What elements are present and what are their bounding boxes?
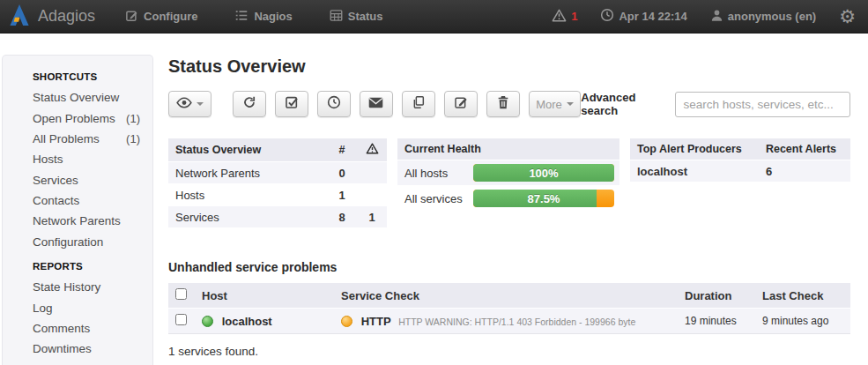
acknowledge-button[interactable] [275, 91, 308, 117]
table-icon [330, 9, 343, 25]
problems-column-header [357, 138, 387, 162]
list-icon [234, 9, 249, 25]
sidebar-item-comments[interactable]: Comments [33, 318, 140, 339]
open-problems-count: (1) [126, 112, 140, 125]
chevron-down-icon [567, 102, 574, 106]
username-text: anonymous (en) [728, 10, 816, 23]
sidebar-item-services[interactable]: Services [33, 170, 140, 190]
sidebar-section-shortcuts: SHORTCUTS Status Overview Open Problems … [33, 71, 140, 252]
row-checkbox[interactable] [175, 314, 187, 325]
edit-icon [454, 95, 468, 113]
table-row[interactable]: Network Parents 0 [168, 162, 387, 184]
check-square-icon [285, 95, 299, 113]
sidebar: SHORTCUTS Status Overview Open Problems … [2, 55, 153, 365]
host-link[interactable]: localhost [222, 315, 272, 328]
sidebar-item-state-history[interactable]: State History [33, 277, 140, 297]
sidebar-item-status-overview[interactable]: Status Overview [33, 87, 140, 108]
toolbar: More Advanced search [168, 91, 850, 117]
trash-icon [497, 95, 509, 113]
health-table-title: Current Health [397, 138, 619, 160]
last-check-value: 9 minutes ago [755, 309, 850, 334]
table-row[interactable]: Services 8 1 [168, 206, 387, 228]
alert-count-badge: 1 [571, 10, 577, 23]
status-table-title: Status Overview [168, 138, 327, 162]
hosts-health-bar: 100% [473, 164, 614, 182]
hosts-health-value: 100% [473, 164, 614, 182]
service-warning-status-icon [341, 316, 352, 327]
sidebar-item-network-parents[interactable]: Network Parents [33, 211, 140, 231]
envelope-icon [368, 96, 383, 112]
services-health-value: 87.5% [473, 190, 614, 207]
select-all-checkbox[interactable] [175, 288, 187, 300]
services-health-bar: 87.5% [473, 190, 614, 207]
status-overview-table: Status Overview # Network Parents 0 Host… [168, 138, 387, 228]
host-up-status-icon [202, 316, 213, 327]
sidebar-section-reports: REPORTS State History Log Comments Downt… [33, 261, 140, 360]
advanced-search-label: Advanced search [581, 91, 668, 117]
sidebar-item-all-problems[interactable]: All Problems (1) [33, 129, 140, 149]
copy-icon [412, 95, 426, 113]
producer-host-link[interactable]: localhost [630, 160, 759, 182]
all-problems-count: (1) [126, 132, 140, 145]
duration-column-header: Duration [678, 283, 755, 309]
problems-table: Host Service Check Duration Last Check l… [168, 283, 850, 334]
adagios-logo-icon [9, 4, 30, 30]
sidebar-item-open-problems[interactable]: Open Problems (1) [33, 108, 140, 128]
nav-menu: Configure Nagios Status [125, 9, 382, 25]
nav-item-status[interactable]: Status [330, 9, 383, 25]
nav-alerts[interactable]: 1 [552, 9, 577, 25]
host-column-header: Host [195, 283, 334, 309]
table-row: localhost HTTP HTTP WARNING: HTTP/1.1 40… [168, 309, 850, 334]
sidebar-item-hosts[interactable]: Hosts [33, 149, 140, 169]
top-navbar: Adagios Configure Nagios Status 1 [0, 0, 868, 34]
service-link[interactable]: HTTP [361, 315, 391, 328]
search-input[interactable] [675, 92, 850, 117]
nav-clock[interactable]: Apr 14 22:14 [600, 8, 686, 25]
main-content: Status Overview [153, 34, 868, 358]
page-title: Status Overview [168, 56, 850, 77]
advanced-search: Advanced search [581, 91, 850, 117]
service-status-detail: HTTP WARNING: HTTP/1.1 403 Forbidden - 1… [398, 317, 635, 327]
user-icon [710, 9, 723, 25]
table-row: All services 87.5% [397, 186, 619, 212]
sidebar-section-title: SHORTCUTS [33, 71, 140, 82]
delete-button[interactable] [486, 91, 520, 117]
sidebar-section-title: REPORTS [33, 261, 140, 272]
producers-column-header: Top Alert Producers [630, 138, 759, 160]
copy-button[interactable] [402, 91, 435, 117]
nav-item-nagios[interactable]: Nagios [234, 9, 292, 25]
clock-icon [600, 8, 614, 25]
edit-button[interactable] [444, 91, 478, 117]
sidebar-item-log[interactable]: Log [33, 297, 140, 317]
nav-right: 1 Apr 14 22:14 anonymous (en) ⚙ [552, 7, 856, 26]
warning-triangle-icon [552, 9, 567, 25]
schedule-downtime-button[interactable] [317, 91, 351, 117]
duration-value: 19 minutes [678, 309, 755, 334]
sidebar-item-configuration[interactable]: Configuration [33, 232, 140, 252]
current-health-table: Current Health All hosts 100% All servic… [397, 138, 619, 212]
recent-alerts-column-header: Recent Alerts [759, 138, 850, 160]
warning-triangle-icon [366, 143, 379, 157]
refresh-button[interactable] [233, 91, 266, 117]
view-mode-button[interactable] [168, 91, 211, 117]
brand[interactable]: Adagios [9, 4, 95, 30]
nav-user[interactable]: anonymous (en) [710, 9, 816, 25]
summary-tables: Status Overview # Network Parents 0 Host… [168, 138, 850, 228]
table-row[interactable]: Hosts 1 [168, 184, 387, 206]
table-row: All hosts 100% [397, 160, 619, 186]
datetime-text: Apr 14 22:14 [619, 10, 686, 23]
sidebar-item-contacts[interactable]: Contacts [33, 190, 140, 211]
count-column-header: # [327, 138, 357, 162]
chevron-down-icon [197, 102, 204, 106]
more-button[interactable]: More [529, 91, 582, 117]
gear-icon[interactable]: ⚙ [839, 7, 856, 26]
recent-alerts-count: 6 [759, 160, 850, 182]
results-count-text: 1 services found. [168, 345, 850, 358]
send-notification-button[interactable] [360, 91, 393, 117]
eye-icon [176, 96, 192, 112]
edit-square-icon [125, 9, 138, 25]
nav-item-configure[interactable]: Configure [125, 9, 197, 25]
table-row[interactable]: localhost 6 [630, 160, 850, 182]
sidebar-item-downtimes[interactable]: Downtimes [33, 339, 140, 359]
problems-section-title: Unhandled service problems [168, 260, 850, 274]
